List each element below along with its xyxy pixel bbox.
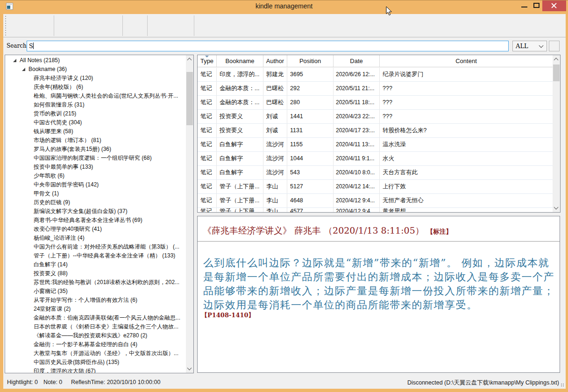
cell-content: ??? [380, 96, 553, 109]
tree-item-book-19[interactable]: 中国为什么有前途：对外经济关系的战略潜能（第3版） (... [5, 242, 186, 251]
tree-item-book-30[interactable]: 金融街：一个影子私募基金经理的自白 (4) [5, 340, 186, 349]
status-note: Note: 0 [43, 379, 62, 385]
table-row[interactable]: 笔记投资要义刘诚11312020/4/17 23:...转股价格怎么来? [198, 124, 553, 138]
tree-item-book-20[interactable]: 管子（上下册）--中华经典名著全本全注全译（精） (133) [5, 251, 186, 260]
column-header-bookname[interactable]: Bookname [217, 55, 263, 67]
tree-item-book-22[interactable]: 投资要义 (88) [5, 269, 186, 278]
tree-item-book-21[interactable]: 白鱼解字 (14) [5, 260, 186, 269]
maximize-button[interactable] [531, 0, 543, 11]
tree-item-book-0[interactable]: 薛兆丰经济学讲义 (120) [5, 74, 186, 83]
tree-item-book-8[interactable]: 罗马人的故事(套装共15册) (36) [5, 145, 186, 154]
table-row[interactable]: 笔记印度，漂浮的...郭建龙36952020/6/26 12:...纪录片说婆罗… [198, 68, 553, 82]
tree-item-label: 中国国家治理的制度逻辑：一个组织学研究 (68) [34, 155, 152, 161]
tree-item-label: 管子（上下册）--中华经典名著全本全注全译（精） (133) [34, 252, 175, 259]
scroll-up-icon[interactable] [554, 58, 559, 63]
tree-item-book-1[interactable]: 庆余年(精校版） (6) [5, 83, 186, 92]
tree-item-book-17[interactable]: 改变心理学的40项研究 (41) [5, 225, 186, 234]
column-header-content[interactable]: Content [380, 55, 553, 67]
column-header-author[interactable]: Author [263, 55, 287, 67]
detail-title: 《薛兆丰经济学讲义》 薛兆丰 （2020/1/13 8:11:05） 【标注】 [203, 225, 556, 237]
tree-item-book-32[interactable]: 中国历史风云录(陈舜臣作品) (135) [5, 358, 186, 367]
table-row[interactable]: 笔记金融的本质：...巴曙松2802020/5/11 18:...??? [198, 96, 553, 110]
statusbar: Hightlight: 0 Note: 0 RefleshTime: 2020/… [3, 374, 566, 389]
tree-item-book-16[interactable]: 商君书-中华经典名著全本全注全译丛书 (69) [5, 216, 186, 225]
tree-item-book-11[interactable]: 少年凯歌 (6) [5, 171, 186, 180]
table-row[interactable]: 笔记管子（上下册...李山51272020/4/12 14:...上行下效 [198, 180, 553, 194]
minimize-button[interactable] [518, 0, 531, 11]
tree-item-all-notes[interactable]: All Notes (2185) [5, 56, 186, 65]
table-row[interactable]: 笔记白鱼解字流沙河5432020/4/10 8:0...天台方言有此 [198, 166, 553, 180]
tree-item-book-6[interactable]: 钱从哪里来 (58) [5, 127, 186, 136]
cell-content: 上行下效 [380, 180, 553, 193]
table-row[interactable]: 笔记管子（上下册...李山46482020/4/12 9:4...无恒产者无恒心 [198, 194, 553, 208]
status-highlight: Hightlight: 0 [7, 379, 38, 385]
tree-item-book-31[interactable]: 大教堂与集市（开源运动的《圣经》，中文版首次出版）... [5, 349, 186, 358]
tree-item-label: 苏世民:我的经验与教训（2018读桥水达利欧的原则，202... [34, 279, 179, 285]
tree-item-label: 枪炮、病菌与钢铁:人类社会的命运(世纪人文系列丛书·开... [34, 93, 178, 99]
cell-bookname: 投资要义 [217, 110, 263, 123]
column-header-date[interactable]: Date [334, 55, 380, 67]
tree-item-book-9[interactable]: 中国国家治理的制度逻辑：一个组织学研究 (68) [5, 154, 186, 163]
tree-item-book-3[interactable]: 如何假装懂音乐 (31) [5, 100, 186, 109]
tree-item-book-28[interactable]: 日本的世界观（《剑桥日本史》主编凝练之作三个人物故... [5, 322, 186, 331]
tree-item-book-18[interactable]: 杨伯峻_论语译注 (4) [5, 234, 186, 242]
table-row[interactable]: 笔记管子（上下册...李山45772020/4/12 9:4...黄老思想 [198, 208, 553, 212]
tree-item-book-27[interactable]: 金融的本质：伯南克四讲美联储(看一个风云人物的金融思... [5, 314, 186, 322]
search-input[interactable]: S [27, 41, 509, 51]
tree-item-book-5[interactable]: 中国古代简史 (304) [5, 118, 186, 127]
cell-date: 2020/4/12 9:4... [334, 194, 380, 207]
tree-item-book-4[interactable]: 货币的教训 (215) [5, 109, 186, 118]
cell-bookname: 金融的本质：... [217, 82, 263, 95]
tree-expand-icon[interactable] [22, 68, 25, 71]
cell-position: 3695 [287, 68, 334, 81]
column-header-type[interactable]: Type [198, 55, 217, 67]
tree-item-book-29[interactable]: 《解读基金——我的投资观和实践》e2780 (2) [5, 331, 186, 340]
tree-item-label: 印度，漂浮的次大陆 (67) [34, 368, 96, 373]
table-row[interactable]: 笔记投资要义刘诚14412020/4/23 22:...??? [198, 110, 553, 124]
tree-item-label: 庆余年(精校版） (6) [34, 84, 83, 90]
tree-item-book-24[interactable]: 小窗幽记 (35) [5, 287, 186, 296]
table-scrollbar[interactable] [553, 55, 560, 212]
tree-item-book-10[interactable]: 投资中最简单的事 (133) [5, 163, 186, 171]
resize-grip[interactable] [561, 383, 565, 387]
table-row[interactable]: 笔记白鱼解字流沙河10442020/4/11 9:1...水火 [198, 152, 553, 166]
tree-item-bookname-group[interactable]: Bookname (36) [5, 65, 186, 74]
toolbar-separator [194, 15, 194, 36]
scrollbar-thumb[interactable] [553, 64, 560, 81]
table-row[interactable]: 笔记白鱼解字流沙河11552020/4/11 13:...温水洗澡 [198, 138, 553, 152]
tree-item-label: 金融的本质：伯南克四讲美联储(看一个风云人物的金融思... [34, 314, 180, 321]
scrollbar-thumb[interactable] [186, 72, 193, 125]
scroll-down-icon[interactable] [554, 205, 559, 210]
column-header-position[interactable]: Position [287, 55, 334, 67]
tree-item-book-7[interactable]: 市场的逻辑（增订本） (81) [5, 136, 186, 145]
tree-item-label: 薛兆丰经济学讲义 (120) [34, 75, 93, 81]
cell-author: 刘诚 [263, 124, 287, 137]
tree-item-book-23[interactable]: 苏世民:我的经验与教训（2018读桥水达利欧的原则，202... [5, 278, 186, 287]
tree-item-book-26[interactable]: 24堂财富课 (2) [5, 305, 186, 314]
table-row[interactable]: 笔记金融的本质：...巴曙松2922020/5/11 21:...??? [198, 82, 553, 96]
tree-expand-icon[interactable] [13, 59, 16, 62]
filter-dropdown[interactable]: ALL [512, 41, 547, 51]
cell-content: 转股价格怎么来? [380, 124, 553, 137]
cell-position: 1131 [287, 124, 334, 137]
toolbar [3, 14, 566, 37]
tree-item-label: 中国古代简史 (304) [34, 119, 82, 126]
tree-item-book-14[interactable]: 历史的巨镜 (9) [5, 198, 186, 207]
detail-separator [198, 241, 560, 242]
tree-item-book-15[interactable]: 新编说文解字大全集(超值白金版) (37) [5, 207, 186, 216]
tree-scrollbar[interactable] [186, 55, 193, 373]
search-button[interactable] [549, 41, 560, 51]
tree-item-book-33[interactable]: 印度，漂浮的次大陆 (67) [5, 367, 186, 373]
tree-item-book-13[interactable]: 甲骨文 (1) [5, 189, 186, 198]
tree-item-book-12[interactable]: 中央帝国的哲学密码 (142) [5, 180, 186, 189]
tree-item-book-25[interactable]: 从零开始学写作：个人增值的有效方法 (6) [5, 296, 186, 305]
cell-author: 流沙河 [263, 138, 287, 151]
tree-item-book-2[interactable]: 枪炮、病菌与钢铁:人类社会的命运(世纪人文系列丛书·开... [5, 92, 186, 100]
close-button[interactable] [542, 0, 566, 11]
toolbar-grip[interactable] [5, 16, 7, 36]
scroll-up-icon[interactable] [187, 58, 192, 63]
cell-bookname: 印度，漂浮的... [217, 68, 263, 81]
tree-item-label: 《解读基金——我的投资观和实践》e2780 (2) [34, 332, 147, 339]
scroll-down-icon[interactable] [187, 366, 192, 371]
cell-content: 黄老思想 [380, 208, 553, 212]
